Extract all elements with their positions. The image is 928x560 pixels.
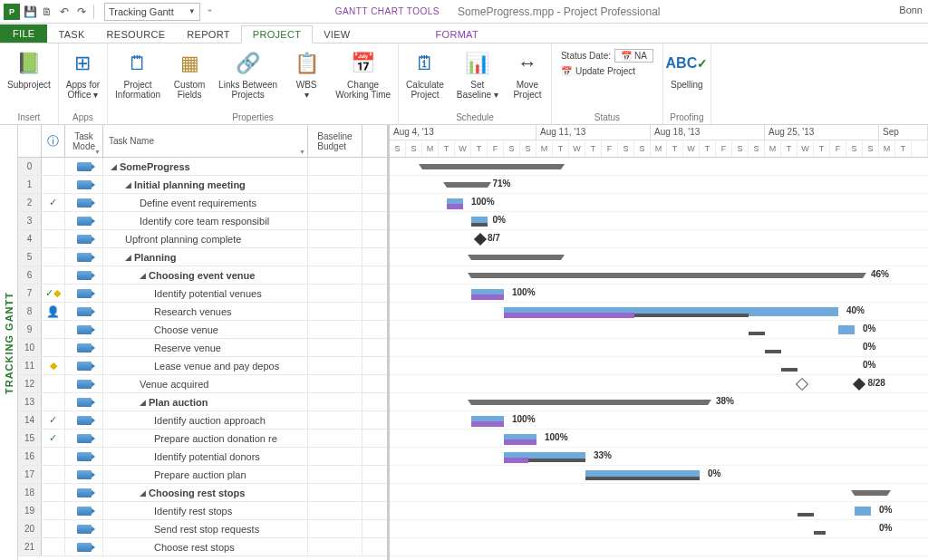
gantt-bar[interactable] (471, 273, 863, 278)
row-number[interactable]: 17 (18, 466, 42, 483)
task-name-cell[interactable]: ◢Initial planning meeting (103, 176, 308, 193)
gantt-bar[interactable] (838, 325, 855, 334)
task-mode-cell[interactable] (65, 339, 103, 356)
gantt-bar[interactable] (504, 458, 528, 463)
task-mode-cell[interactable] (65, 176, 103, 193)
table-row[interactable]: 20Send rest stop requests (18, 520, 387, 538)
apps-for-office-button[interactable]: ⊞ Apps for Office ▾ (64, 47, 102, 101)
baseline-cell[interactable] (308, 248, 362, 266)
gantt-bar[interactable] (749, 332, 765, 335)
row-number[interactable]: 4 (18, 230, 42, 247)
task-mode-cell[interactable] (65, 285, 103, 302)
table-row[interactable]: 19Identify rest stops (18, 502, 387, 520)
redo-icon[interactable]: ↷ (74, 5, 89, 19)
tab-project[interactable]: PROJECT (241, 25, 313, 43)
task-name-cell[interactable]: Identify potential donors (103, 448, 308, 465)
baseline-cell[interactable] (308, 393, 362, 410)
undo-icon[interactable]: ↶ (57, 5, 72, 19)
baseline-cell[interactable] (308, 502, 362, 519)
gantt-bar[interactable] (471, 400, 708, 405)
baseline-cell[interactable] (308, 285, 362, 302)
task-mode-cell[interactable] (65, 303, 103, 320)
gantt-bar[interactable] (447, 204, 463, 209)
task-name-cell[interactable]: Lease venue and pay depos (103, 357, 308, 374)
row-number[interactable]: 16 (18, 448, 42, 465)
col-task-name[interactable]: Task Name▼ (103, 125, 308, 157)
row-number[interactable]: 14 (18, 411, 42, 429)
custom-fields-button[interactable]: ▦ Custom Fields (171, 47, 208, 101)
row-number[interactable]: 19 (18, 502, 42, 519)
task-name-cell[interactable]: Identify rest stops (103, 502, 308, 519)
gantt-bar[interactable] (422, 164, 561, 169)
row-number[interactable]: 5 (18, 248, 42, 266)
baseline-cell[interactable] (308, 430, 362, 447)
task-name-cell[interactable]: ◢Choosing rest stops (103, 484, 308, 501)
table-row[interactable]: 5◢Planning (18, 248, 387, 266)
baseline-cell[interactable] (308, 357, 362, 374)
table-row[interactable]: 12Venue acquired (18, 375, 387, 393)
links-between-projects-button[interactable]: 🔗 Links Between Projects (217, 47, 279, 101)
row-number[interactable]: 1 (18, 176, 42, 193)
gantt-bar[interactable] (504, 439, 536, 445)
gantt-bar[interactable] (471, 421, 504, 427)
table-row[interactable]: 2✓Define event requirements (18, 194, 387, 212)
tab-file[interactable]: FILE (0, 24, 47, 43)
baseline-cell[interactable] (308, 230, 362, 247)
subproject-button[interactable]: 📗 Subproject (5, 47, 53, 92)
view-selector[interactable]: Tracking Gantt ▼ (104, 3, 200, 21)
task-name-cell[interactable]: Prepare auction plan (103, 466, 308, 483)
gantt-bar[interactable] (504, 313, 634, 318)
tab-format[interactable]: FORMAT (425, 26, 489, 43)
gantt-bar[interactable] (781, 368, 798, 372)
baseline-cell[interactable] (308, 212, 362, 229)
row-number[interactable]: 2 (18, 194, 42, 211)
view-side-label[interactable]: TRACKING GANTT (0, 125, 18, 560)
calculate-project-button[interactable]: 🗓 Calculate Project (404, 47, 446, 101)
table-row[interactable]: 16Identify potential donors (18, 448, 387, 466)
task-mode-cell[interactable] (65, 502, 103, 519)
task-name-cell[interactable]: ◢SomeProgress (103, 158, 308, 175)
gantt-bar[interactable] (855, 490, 887, 496)
baseline-cell[interactable] (308, 484, 362, 501)
gantt-bar[interactable] (471, 255, 561, 260)
task-mode-cell[interactable] (65, 411, 103, 429)
task-mode-cell[interactable] (65, 430, 103, 447)
table-row[interactable]: 1◢Initial planning meeting (18, 176, 387, 194)
task-name-cell[interactable]: Research venues (103, 303, 308, 320)
set-baseline-button[interactable]: 📊 Set Baseline ▾ (455, 47, 500, 101)
qat-customize-icon[interactable]: ⁼ (203, 5, 218, 19)
row-number[interactable]: 18 (18, 484, 42, 501)
task-name-cell[interactable]: Upfront planning complete (103, 230, 308, 247)
col-rownum[interactable] (18, 125, 42, 157)
wbs-button[interactable]: 📋 WBS ▾ (288, 47, 324, 101)
table-row[interactable]: 0◢SomeProgress (18, 158, 387, 176)
table-row[interactable]: 15✓Prepare auction donation re (18, 430, 387, 448)
table-row[interactable]: 18◢Choosing rest stops (18, 484, 387, 502)
task-mode-cell[interactable] (65, 230, 103, 247)
gantt-bar[interactable] (765, 350, 781, 353)
table-row[interactable]: 8👤Research venues (18, 303, 387, 321)
row-number[interactable]: 7 (18, 285, 42, 302)
task-mode-cell[interactable] (65, 538, 103, 555)
table-row[interactable]: 7✓◆Identify potential venues (18, 285, 387, 303)
task-mode-cell[interactable] (65, 448, 103, 465)
baseline-cell[interactable] (308, 303, 362, 320)
table-row[interactable]: 14✓Identify auction approach (18, 411, 387, 430)
table-row[interactable]: 11◆Lease venue and pay depos (18, 357, 387, 375)
table-row[interactable]: 9Choose venue (18, 321, 387, 339)
table-row[interactable]: 6◢Choosing event venue (18, 266, 387, 285)
row-number[interactable]: 6 (18, 266, 42, 284)
tab-view[interactable]: VIEW (313, 26, 361, 43)
table-row[interactable]: 13◢Plan auction (18, 393, 387, 411)
task-name-cell[interactable]: Send rest stop requests (103, 520, 308, 537)
save-icon[interactable]: 💾 (23, 5, 37, 19)
row-number[interactable]: 21 (18, 538, 42, 555)
row-number[interactable]: 9 (18, 321, 42, 338)
milestone-marker[interactable] (796, 378, 808, 391)
col-task-mode[interactable]: Task Mode▼ (65, 125, 103, 157)
table-row[interactable]: 10Reserve venue (18, 339, 387, 357)
baseline-cell[interactable] (308, 375, 362, 392)
gantt-chart[interactable]: Aug 4, '13Aug 11, '13Aug 18, '13Aug 25, … (390, 125, 928, 560)
task-mode-cell[interactable] (65, 212, 103, 229)
baseline-cell[interactable] (308, 194, 362, 211)
